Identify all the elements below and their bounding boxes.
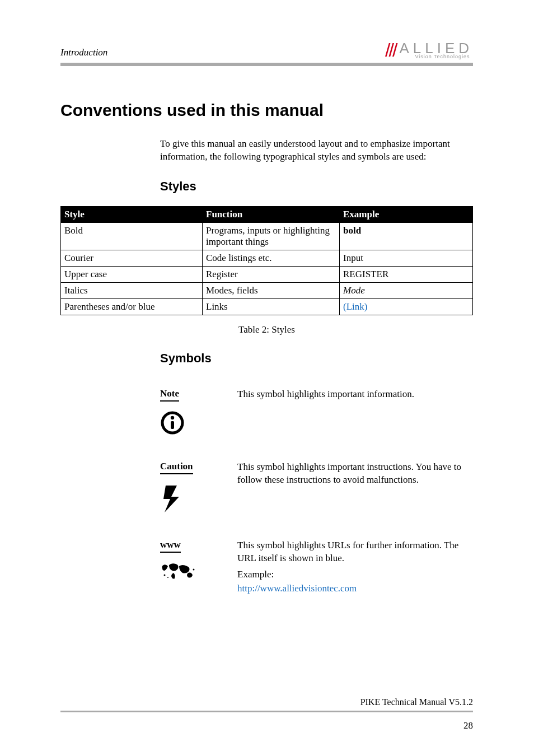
company-logo: /// ALLIED Vision Technologies <box>385 40 473 59</box>
page: Introduction /// ALLIED Vision Technolog… <box>0 0 534 756</box>
table-row: ItalicsModes, fieldsMode <box>61 282 473 298</box>
svg-point-6 <box>193 568 195 570</box>
info-icon <box>160 410 237 437</box>
table-row: BoldPrograms, inputs or highlighting imp… <box>61 222 473 250</box>
table-row: Upper caseRegisterREGISTER <box>61 266 473 282</box>
logo-text-main: ALLIED <box>399 41 473 55</box>
heading-symbols: Symbols <box>160 351 473 366</box>
symbol-note-text: This symbol highlights important informa… <box>237 388 474 401</box>
svg-point-5 <box>167 577 168 578</box>
logo-text-sub: Vision Technologies <box>415 54 473 59</box>
symbol-caution-label: Caution <box>160 461 193 474</box>
cell-style: Bold <box>61 222 203 250</box>
th-function: Function <box>203 206 340 222</box>
cell-style: Italics <box>61 282 203 298</box>
cell-example: (Link) <box>340 298 473 315</box>
page-title: Conventions used in this manual <box>60 101 473 120</box>
svg-point-4 <box>164 574 166 576</box>
cell-style: Parentheses and/or blue <box>61 298 203 315</box>
header-divider <box>60 63 473 66</box>
cell-example: Mode <box>340 282 473 298</box>
th-example: Example <box>340 206 473 222</box>
section-title: Introduction <box>60 47 107 59</box>
symbols-section: Note This symbol highlights important in… <box>160 388 474 595</box>
world-map-icon <box>160 562 237 584</box>
cell-function: Links <box>203 298 340 315</box>
cell-function: Code listings etc. <box>203 250 340 266</box>
cell-function: Modes, fields <box>203 282 340 298</box>
footer-doc-title: PIKE Technical Manual V5.1.2 <box>60 697 473 707</box>
lightning-icon <box>160 483 237 516</box>
symbol-www-text: This symbol highlights URLs for further … <box>237 540 458 563</box>
symbol-www-text-block: This symbol highlights URLs for further … <box>237 539 474 595</box>
cell-function: Register <box>203 266 340 282</box>
heading-styles: Styles <box>160 179 473 194</box>
cell-example: bold <box>340 222 473 250</box>
cell-style: Courier <box>61 250 203 266</box>
footer-divider <box>60 711 473 712</box>
symbol-www-label: www <box>160 539 181 553</box>
svg-rect-2 <box>171 421 174 429</box>
symbol-caution-text: This symbol highlights important instruc… <box>237 461 474 487</box>
example-url-link[interactable]: http://www.alliedvisiontec.com <box>237 582 474 595</box>
intro-paragraph: To give this manual an easily understood… <box>160 138 462 164</box>
table-header-row: Style Function Example <box>61 206 473 222</box>
symbol-note: Note This symbol highlights important in… <box>160 388 474 437</box>
page-header: Introduction /// ALLIED Vision Technolog… <box>60 35 473 59</box>
cell-example: REGISTER <box>340 266 473 282</box>
th-style: Style <box>61 206 203 222</box>
styles-table: Style Function Example BoldPrograms, inp… <box>60 206 473 315</box>
cell-example: Input <box>340 250 473 266</box>
symbol-www-example-label: Example: <box>237 568 474 581</box>
symbol-note-label: Note <box>160 388 179 402</box>
svg-point-1 <box>171 416 174 419</box>
page-number: 28 <box>463 720 473 731</box>
logo-slashes-icon: /// <box>385 40 396 59</box>
cell-function: Programs, inputs or highlighting importa… <box>203 222 340 250</box>
symbol-caution: Caution This symbol highlights important… <box>160 461 474 516</box>
table-caption: Table 2: Styles <box>60 324 473 335</box>
cell-style: Upper case <box>61 266 203 282</box>
page-footer: PIKE Technical Manual V5.1.2 <box>60 697 473 712</box>
symbol-www: www <box>160 539 474 595</box>
svg-marker-3 <box>163 486 179 512</box>
table-row: CourierCode listings etc.Input <box>61 250 473 266</box>
table-row: Parentheses and/or blueLinks(Link) <box>61 298 473 315</box>
